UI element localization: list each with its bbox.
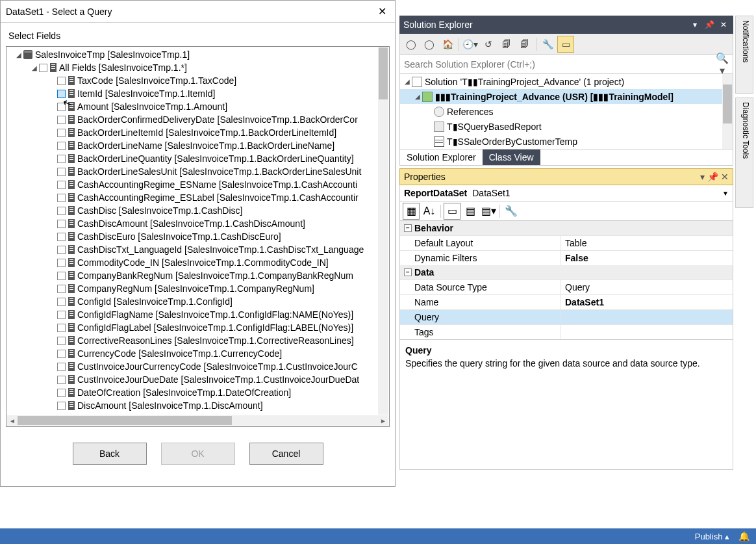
field-label[interactable]: BackOrderLineQuantity [SalesInvoiceTmp.1… xyxy=(77,153,354,164)
field-label[interactable]: CashDiscTxt_LanguageId [SalesInvoiceTmp.… xyxy=(77,244,364,255)
categorized-button[interactable]: ▦ xyxy=(403,203,420,220)
field-label[interactable]: BackOrderConfirmedDeliveryDate [SalesInv… xyxy=(77,114,358,125)
project-node[interactable]: ◢ ▮▮▮TrainingProject_Advance (USR) [▮▮▮T… xyxy=(400,89,733,104)
category-behavior[interactable]: −Behavior xyxy=(400,221,733,235)
all-fields-label[interactable]: All Fields [SalesInvoiceTmp.1.*] xyxy=(59,62,187,73)
field-label[interactable]: ConfigIdFlagLabel [SalesInvoiceTmp.1.Con… xyxy=(77,322,353,333)
field-checkbox[interactable] xyxy=(57,376,66,384)
field-label[interactable]: DateOfCreation [SalesInvoiceTmp.1.DateOf… xyxy=(77,387,291,398)
field-label[interactable]: BackOrderLineName [SalesInvoiceTmp.1.Bac… xyxy=(77,140,334,151)
field-label[interactable]: CashAccountingRegime_ESName [SalesInvoic… xyxy=(77,179,357,190)
notifications-icon[interactable]: 🔔 xyxy=(738,531,750,541)
solution-node[interactable]: ◢ Solution 'T▮▮TrainingProject_Advance' … xyxy=(400,74,733,89)
field-checkbox[interactable] xyxy=(57,77,66,85)
panel-dropdown-icon[interactable]: ▾ xyxy=(689,19,701,31)
field-label[interactable]: Amount [SalesInvoiceTmp.1.Amount] xyxy=(77,101,227,112)
expand-icon[interactable]: ◢ xyxy=(30,64,39,71)
ok-button[interactable]: OK xyxy=(161,443,235,465)
field-label[interactable]: CommodityCode_IN [SalesInvoiceTmp.1.Comm… xyxy=(77,257,329,268)
collapse-button[interactable]: 🗐 xyxy=(498,36,515,53)
field-label[interactable]: CurrencyCode [SalesInvoiceTmp.1.Currency… xyxy=(77,348,282,359)
field-checkbox[interactable] xyxy=(57,233,66,241)
solution-tree-scrollbar[interactable] xyxy=(722,74,733,149)
side-tab-notifications[interactable]: Notifications xyxy=(735,16,753,94)
field-label[interactable]: CorrectiveReasonLines [SalesInvoiceTmp.1… xyxy=(77,335,354,346)
field-checkbox[interactable] xyxy=(57,272,66,280)
field-checkbox[interactable] xyxy=(57,311,66,319)
tree-vertical-scrollbar[interactable] xyxy=(378,47,388,415)
panel-pin-icon[interactable]: 📌 xyxy=(703,19,715,31)
category-data[interactable]: −Data xyxy=(400,265,733,279)
side-tab-diagnostic-tools[interactable]: Diagnostic Tools xyxy=(735,97,753,208)
properties-button[interactable]: 🔧 xyxy=(539,36,556,53)
field-checkbox[interactable] xyxy=(57,324,66,332)
home-button[interactable]: 🏠 xyxy=(439,36,456,53)
prop-default-layout[interactable]: Default LayoutTable xyxy=(400,235,733,250)
solution-explorer-search[interactable]: 🔍▾ xyxy=(399,55,733,74)
field-checkbox[interactable] xyxy=(57,363,66,371)
field-checkbox[interactable] xyxy=(57,116,66,124)
table-node-2[interactable]: TCSSalesOrderByCustomer xyxy=(400,149,733,149)
field-label[interactable]: CashDisc [SalesInvoiceTmp.1.CashDisc] xyxy=(77,205,242,216)
props-close-icon[interactable]: ✕ xyxy=(721,172,729,182)
field-checkbox[interactable] xyxy=(57,350,66,358)
nav-forward-button[interactable]: ◯ xyxy=(421,36,438,53)
prop-pages-button[interactable]: ▭ xyxy=(444,203,460,220)
tree-horizontal-scrollbar[interactable]: ◄► xyxy=(7,415,388,426)
prop-dynamic-filters[interactable]: Dynamic FiltersFalse xyxy=(400,250,733,265)
field-checkbox[interactable] xyxy=(57,389,66,397)
field-label[interactable]: CustInvoiceJourCurrencyCode [SalesInvoic… xyxy=(77,361,358,372)
back-button[interactable]: Back xyxy=(73,443,147,465)
nav-back-button[interactable]: ◯ xyxy=(403,36,420,53)
field-checkbox[interactable] xyxy=(57,194,66,202)
prop-sort-button[interactable]: ▤▾ xyxy=(480,203,497,220)
field-checkbox[interactable] xyxy=(57,181,66,189)
publish-button[interactable]: Publish ▴ xyxy=(695,532,729,541)
panel-close-icon[interactable]: ✕ xyxy=(718,19,729,31)
field-checkbox[interactable] xyxy=(57,259,66,267)
field-checkbox[interactable] xyxy=(57,207,66,215)
references-node[interactable]: References xyxy=(400,104,733,119)
report-node[interactable]: T▮SQueryBasedReport xyxy=(400,119,733,134)
field-label[interactable]: BackOrderLineItemId [SalesInvoiceTmp.1.B… xyxy=(77,127,336,138)
field-label[interactable]: ConfigIdFlagName [SalesInvoiceTmp.1.Conf… xyxy=(77,309,353,320)
field-checkbox[interactable] xyxy=(57,155,66,163)
dialog-close-button[interactable]: ✕ xyxy=(369,1,395,23)
tab-class-view[interactable]: Class View xyxy=(483,149,540,165)
field-checkbox[interactable] xyxy=(57,103,66,111)
field-checkbox[interactable] xyxy=(57,246,66,254)
prop-query[interactable]: Query xyxy=(400,309,733,324)
table-node-1[interactable]: T▮SSaleOrderByCustomerTemp xyxy=(400,134,733,149)
alphabetical-button[interactable]: A↓ xyxy=(421,203,438,220)
field-label[interactable]: CompanyBankRegNum [SalesInvoiceTmp.1.Com… xyxy=(77,270,353,281)
field-checkbox[interactable] xyxy=(57,285,66,293)
prop-events-button[interactable]: ▤ xyxy=(462,203,479,220)
prop-wrench-button[interactable]: 🔧 xyxy=(503,203,520,220)
field-label[interactable]: TaxCode [SalesInvoiceTmp.1.TaxCode] xyxy=(77,75,236,86)
props-pin-icon[interactable]: 📌 xyxy=(707,172,718,182)
field-checkbox[interactable] xyxy=(57,220,66,228)
preview-button[interactable]: ▭ xyxy=(557,36,574,53)
prop-tags[interactable]: Tags xyxy=(400,324,733,339)
field-label[interactable]: CashDiscAmount [SalesInvoiceTmp.1.CashDi… xyxy=(77,218,305,229)
properties-object-selector[interactable]: ReportDataSet DataSet1 ▼ xyxy=(399,185,733,201)
field-label[interactable]: CompanyRegNum [SalesInvoiceTmp.1.Company… xyxy=(77,283,314,294)
field-checkbox[interactable] xyxy=(57,402,66,410)
field-checkbox[interactable] xyxy=(57,168,66,176)
field-checkbox[interactable] xyxy=(57,129,66,137)
prop-data-source-type[interactable]: Data Source TypeQuery xyxy=(400,279,733,294)
field-label[interactable]: BackOrderLineSalesUnit [SalesInvoiceTmp.… xyxy=(77,166,361,177)
tree-root-label[interactable]: SalesInvoiceTmp [SalesInvoiceTmp.1] xyxy=(35,49,190,60)
all-fields-checkbox[interactable] xyxy=(39,64,47,72)
show-all-button[interactable]: 🗐 xyxy=(516,36,533,53)
props-dropdown-icon[interactable]: ▾ xyxy=(700,172,705,182)
search-icon[interactable]: 🔍▾ xyxy=(716,52,729,77)
field-checkbox[interactable] xyxy=(57,337,66,345)
field-label[interactable]: DiscAmount [SalesInvoiceTmp.1.DiscAmount… xyxy=(77,400,263,411)
search-input[interactable] xyxy=(404,59,716,70)
field-label[interactable]: CustInvoiceJourDueDate [SalesInvoiceTmp.… xyxy=(77,374,359,385)
field-checkbox[interactable] xyxy=(57,298,66,306)
field-checkbox[interactable] xyxy=(57,90,66,98)
prop-name[interactable]: NameDataSet1 xyxy=(400,294,733,309)
tab-solution-explorer[interactable]: Solution Explorer xyxy=(400,149,483,165)
